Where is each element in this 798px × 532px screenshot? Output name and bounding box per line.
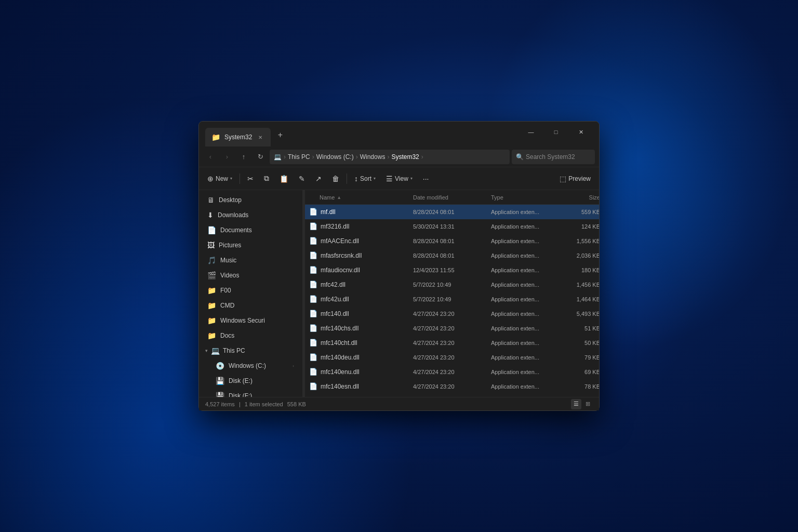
share-icon: ↗ xyxy=(315,175,322,183)
file-size: 50 KB xyxy=(558,340,599,346)
file-type: Application exten... xyxy=(491,282,558,288)
file-date: 12/4/2023 11:55 xyxy=(413,267,491,273)
table-row[interactable]: 📄 mfaudiocnv.dll 12/4/2023 11:55 Applica… xyxy=(305,263,599,277)
breadcrumb-windows-c[interactable]: Windows (C:) xyxy=(316,153,354,161)
delete-button[interactable]: 🗑 xyxy=(328,171,343,187)
sidebar-item-pictures[interactable]: 🖼 Pictures 📌 xyxy=(201,238,300,252)
table-row[interactable]: 📄 mfc140.dll 4/27/2024 23:20 Application… xyxy=(305,307,599,321)
sidebar-item-desktop[interactable]: 🖥 Desktop 📌 xyxy=(201,193,300,207)
file-icon: 📄 xyxy=(309,208,317,216)
preview-button[interactable]: ⬚ Preview xyxy=(555,171,595,187)
share-button[interactable]: ↗ xyxy=(311,171,326,187)
sidebar-item-documents[interactable]: 📄 Documents 📌 xyxy=(201,223,300,237)
maximize-button[interactable]: □ xyxy=(544,124,568,140)
table-row[interactable]: 📄 mfc140esn.dll 4/27/2024 23:20 Applicat… xyxy=(305,379,599,394)
file-explorer-window: 📁 System32 ✕ + — □ ✕ ‹ › ↑ ↻ 💻 › This PC… xyxy=(198,121,600,411)
folder-icon-securi: 📁 xyxy=(207,316,216,325)
paste-button[interactable]: 📋 xyxy=(275,171,292,187)
file-date: 4/27/2024 23:20 xyxy=(413,354,491,361)
delete-icon: 🗑 xyxy=(332,175,339,183)
sidebar-item-videos[interactable]: 🎬 Videos 📌 xyxy=(201,268,300,283)
rename-icon: ✎ xyxy=(299,175,305,183)
file-type: Application exten... xyxy=(491,383,558,390)
header-date[interactable]: Date modified xyxy=(413,194,491,201)
this-pc-icon: 💻 xyxy=(211,347,220,355)
new-icon: ⊕ xyxy=(207,175,214,183)
table-row[interactable]: 📄 mfc42.dll 5/7/2022 10:49 Application e… xyxy=(305,277,599,292)
sidebar-label-desktop: Desktop xyxy=(219,196,284,204)
file-size: 1,556 KB xyxy=(558,238,599,244)
up-button[interactable]: ↑ xyxy=(236,150,251,164)
view-button[interactable]: ☰ View ▾ xyxy=(382,171,417,187)
header-size[interactable]: Size xyxy=(558,194,599,201)
sidebar-item-windows-securi[interactable]: 📁 Windows Securi xyxy=(201,313,300,328)
file-type: Application exten... xyxy=(491,209,558,215)
sidebar-label-securi: Windows Securi xyxy=(220,317,294,324)
file-icon: 📄 xyxy=(309,382,317,390)
table-row[interactable]: 📄 mfc140deu.dll 4/27/2024 23:20 Applicat… xyxy=(305,350,599,365)
sidebar-item-disk-e[interactable]: 💾 Disk (E:) xyxy=(201,374,300,388)
file-size: 78 KB xyxy=(558,383,599,390)
table-row[interactable]: 📄 mfasfsrcsnk.dll 8/28/2024 08:01 Applic… xyxy=(305,248,599,263)
drive-icon-c: 💿 xyxy=(216,362,224,370)
sidebar-item-docs[interactable]: 📁 Docs xyxy=(201,328,300,343)
pc-icon: 💻 xyxy=(274,153,282,161)
cut-button[interactable]: ✂ xyxy=(243,171,258,187)
file-date: 4/27/2024 23:20 xyxy=(413,369,491,375)
file-date: 5/7/2022 10:49 xyxy=(413,296,491,302)
header-name[interactable]: Name ▲ xyxy=(309,194,413,201)
breadcrumb-system32[interactable]: System32 xyxy=(391,153,419,161)
sidebar-item-cmd[interactable]: 📁 CMD xyxy=(201,298,300,313)
forward-button[interactable]: › xyxy=(220,150,234,164)
sidebar-item-downloads[interactable]: ⬇ Downloads 📌 xyxy=(201,208,300,222)
file-size: 2,036 KB xyxy=(558,252,599,259)
rename-button[interactable]: ✎ xyxy=(295,171,309,187)
file-type: Application exten... xyxy=(491,311,558,317)
more-button[interactable]: ··· xyxy=(419,171,433,187)
breadcrumb-bar[interactable]: 💻 › This PC › Windows (C:) › Windows › S… xyxy=(270,150,510,164)
toolbar-separator-1 xyxy=(240,174,240,184)
view-dropdown-arrow: ▾ xyxy=(410,176,413,181)
documents-icon: 📄 xyxy=(207,226,216,234)
tab-close-button[interactable]: ✕ xyxy=(256,133,264,141)
file-date: 4/27/2024 23:20 xyxy=(413,340,491,346)
tab-system32[interactable]: 📁 System32 ✕ xyxy=(205,128,271,147)
new-dropdown-arrow: ▾ xyxy=(230,176,232,181)
minimize-button[interactable]: — xyxy=(519,124,543,140)
sidebar-label-disk-e: Disk (E:) xyxy=(229,377,294,384)
grid-view-button[interactable]: ⊞ xyxy=(582,399,593,409)
table-row[interactable]: 📄 mfAACEnc.dll 8/28/2024 08:01 Applicati… xyxy=(305,234,599,248)
sidebar-item-windows-c[interactable]: 💿 Windows (C:) › xyxy=(201,358,300,373)
back-button[interactable]: ‹ xyxy=(203,150,218,164)
table-row[interactable]: 📄 mfc140cht.dll 4/27/2024 23:20 Applicat… xyxy=(305,336,599,350)
breadcrumb-windows[interactable]: Windows xyxy=(360,153,385,161)
file-type: Application exten... xyxy=(491,296,558,302)
file-type: Application exten... xyxy=(491,252,558,259)
list-view-button[interactable]: ☰ xyxy=(571,399,581,409)
file-name: mfc140enu.dll xyxy=(321,368,360,376)
table-row[interactable]: 📄 mf.dll 8/28/2024 08:01 Application ext… xyxy=(305,205,599,219)
sidebar-item-f00[interactable]: 📁 F00 xyxy=(201,283,300,298)
file-name: mfc140esn.dll xyxy=(321,383,359,390)
sidebar-item-music[interactable]: 🎵 Music 📌 xyxy=(201,253,300,268)
sidebar-this-pc-group[interactable]: ▾ 💻 This PC xyxy=(199,343,302,358)
table-row[interactable]: 📄 mfc42u.dll 5/7/2022 10:49 Application … xyxy=(305,292,599,307)
table-row[interactable]: 📄 mf3216.dll 5/30/2024 13:31 Application… xyxy=(305,219,599,234)
breadcrumb-this-pc[interactable]: This PC xyxy=(288,153,310,161)
file-list-header: Name ▲ Date modified Type Size xyxy=(305,190,599,205)
sidebar-item-disk-f[interactable]: 💾 Disk (F:) xyxy=(201,389,300,397)
search-box[interactable]: 🔍 Search System32 xyxy=(512,150,595,164)
close-button[interactable]: ✕ xyxy=(569,124,593,140)
window-controls: — □ ✕ xyxy=(519,124,593,140)
paste-icon: 📋 xyxy=(280,175,288,183)
table-row[interactable]: 📄 mfc140enu.dll 4/27/2024 23:20 Applicat… xyxy=(305,365,599,379)
new-tab-button[interactable]: + xyxy=(273,128,287,142)
table-row[interactable]: 📄 mfc140chs.dll 4/27/2024 23:20 Applicat… xyxy=(305,321,599,336)
file-icon: 📄 xyxy=(309,266,317,274)
refresh-button[interactable]: ↻ xyxy=(253,150,268,164)
header-type[interactable]: Type xyxy=(491,194,558,201)
copy-button[interactable]: ⧉ xyxy=(260,171,273,187)
sort-button[interactable]: ↕ Sort ▾ xyxy=(350,171,380,187)
new-button[interactable]: ⊕ New ▾ xyxy=(203,171,236,187)
view-icon: ☰ xyxy=(386,175,393,183)
